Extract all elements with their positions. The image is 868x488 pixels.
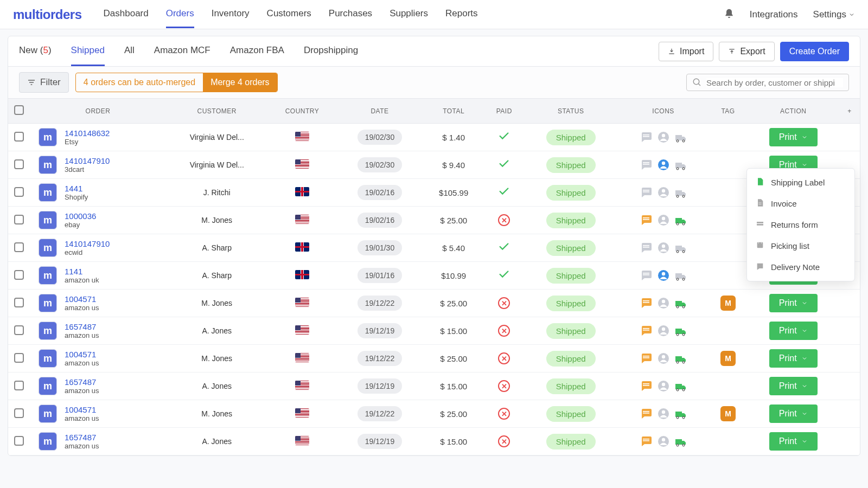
print-button[interactable]: Print <box>769 432 818 451</box>
customer-icon[interactable] <box>657 352 670 365</box>
subtab-amazon-mcf[interactable]: Amazon MCF <box>154 36 210 66</box>
shipping-icon[interactable] <box>674 269 687 282</box>
shipping-icon[interactable] <box>674 241 687 254</box>
col-+[interactable]: + <box>839 99 860 124</box>
shipping-icon[interactable] <box>674 131 687 144</box>
note-icon[interactable] <box>640 131 653 144</box>
note-icon[interactable] <box>640 407 653 420</box>
row-checkbox[interactable] <box>14 381 24 390</box>
shipping-icon[interactable] <box>674 297 687 310</box>
subtab-shipped[interactable]: Shipped <box>71 36 105 66</box>
shipping-icon[interactable] <box>674 324 687 337</box>
shipping-icon[interactable] <box>674 407 687 420</box>
note-icon[interactable] <box>640 435 653 448</box>
order-number-link[interactable]: 1441 <box>65 184 88 193</box>
order-number-link[interactable]: 1004571 <box>65 405 99 414</box>
customer-icon[interactable] <box>657 186 670 199</box>
customer-icon[interactable] <box>657 407 670 420</box>
col-checkbox[interactable] <box>8 99 30 124</box>
note-icon[interactable] <box>640 186 653 199</box>
import-button[interactable]: Import <box>659 42 713 61</box>
subtab-dropshipping[interactable]: Dropshipping <box>304 36 358 66</box>
customer-icon[interactable] <box>657 269 670 282</box>
dropdown-item-shipping-label[interactable]: Shipping Label <box>747 172 854 193</box>
print-button[interactable]: Print <box>769 404 818 423</box>
shipping-icon[interactable] <box>674 380 687 393</box>
bell-icon[interactable] <box>724 8 735 21</box>
order-number-link[interactable]: 1657487 <box>65 433 99 442</box>
order-number-link[interactable]: 1410147910 <box>65 156 110 165</box>
dropdown-item-picking-list[interactable]: Picking list <box>747 235 854 256</box>
merge-action-button[interactable]: Merge 4 orders <box>203 73 277 92</box>
tag-badge[interactable]: M <box>720 351 736 366</box>
note-icon[interactable] <box>640 324 653 337</box>
topnav-item-inventory[interactable]: Inventory <box>212 1 250 28</box>
row-checkbox[interactable] <box>14 408 24 418</box>
settings-link[interactable]: Settings <box>813 9 855 20</box>
customer-icon[interactable] <box>657 214 670 227</box>
shipping-icon[interactable] <box>674 352 687 365</box>
note-icon[interactable] <box>640 269 653 282</box>
print-button[interactable]: Print <box>769 322 818 340</box>
customer-icon[interactable] <box>657 297 670 310</box>
print-button[interactable]: Print <box>769 349 818 368</box>
search-box[interactable] <box>686 74 849 91</box>
tag-badge[interactable]: M <box>720 296 736 311</box>
filter-button[interactable]: Filter <box>19 72 69 93</box>
dropdown-item-returns-form[interactable]: Returns form <box>747 214 854 235</box>
order-number-link[interactable]: 1657487 <box>65 377 99 387</box>
order-number-link[interactable]: 1410148632 <box>65 129 110 138</box>
subtab-amazon-fba[interactable]: Amazon FBA <box>230 36 284 66</box>
export-button[interactable]: Export <box>719 42 774 61</box>
tag-badge[interactable]: M <box>720 406 736 421</box>
search-input[interactable] <box>706 78 843 87</box>
shipping-icon[interactable] <box>674 214 687 227</box>
topnav-item-dashboard[interactable]: Dashboard <box>104 1 149 28</box>
note-icon[interactable] <box>640 380 653 393</box>
subtab-new[interactable]: New (5) <box>19 36 52 66</box>
dropdown-item-invoice[interactable]: Invoice <box>747 193 854 214</box>
note-icon[interactable] <box>640 214 653 227</box>
print-button[interactable]: Print <box>769 377 818 395</box>
topnav-item-purchases[interactable]: Purchases <box>329 1 372 28</box>
shipping-icon[interactable] <box>674 186 687 199</box>
note-icon[interactable] <box>640 241 653 254</box>
topnav-item-customers[interactable]: Customers <box>267 1 311 28</box>
customer-icon[interactable] <box>657 158 670 171</box>
customer-icon[interactable] <box>657 380 670 393</box>
shipping-icon[interactable] <box>674 158 687 171</box>
note-icon[interactable] <box>640 158 653 171</box>
topnav-item-orders[interactable]: Orders <box>166 1 194 28</box>
order-number-link[interactable]: 1657487 <box>65 322 99 331</box>
shipping-icon[interactable] <box>674 435 687 448</box>
topnav-item-reports[interactable]: Reports <box>445 1 478 28</box>
note-icon[interactable] <box>640 297 653 310</box>
order-number-link[interactable]: 1000036 <box>65 211 96 221</box>
row-checkbox[interactable] <box>14 132 24 142</box>
customer-icon[interactable] <box>657 324 670 337</box>
subtab-all[interactable]: All <box>124 36 135 66</box>
order-number-link[interactable]: 1410147910 <box>65 239 110 248</box>
row-checkbox[interactable] <box>14 215 24 224</box>
order-number-link[interactable]: 1004571 <box>65 294 99 304</box>
order-number-link[interactable]: 1004571 <box>65 350 99 359</box>
customer-icon[interactable] <box>657 435 670 448</box>
row-checkbox[interactable] <box>14 187 24 197</box>
create-order-button[interactable]: Create Order <box>780 42 849 61</box>
topnav-item-suppliers[interactable]: Suppliers <box>390 1 428 28</box>
row-checkbox[interactable] <box>14 270 24 280</box>
row-checkbox[interactable] <box>14 159 24 169</box>
integrations-link[interactable]: Integrations <box>750 9 798 20</box>
row-checkbox[interactable] <box>14 353 24 363</box>
row-checkbox[interactable] <box>14 325 24 335</box>
print-button[interactable]: Print <box>769 128 818 146</box>
customer-icon[interactable] <box>657 131 670 144</box>
row-checkbox[interactable] <box>14 436 24 446</box>
row-checkbox[interactable] <box>14 298 24 307</box>
customer-icon[interactable] <box>657 241 670 254</box>
order-number-link[interactable]: 1141 <box>65 267 99 276</box>
select-all-checkbox[interactable] <box>14 105 24 115</box>
row-checkbox[interactable] <box>14 242 24 252</box>
dropdown-item-delivery-note[interactable]: Delivery Note <box>747 256 854 278</box>
print-button[interactable]: Print <box>769 294 818 312</box>
